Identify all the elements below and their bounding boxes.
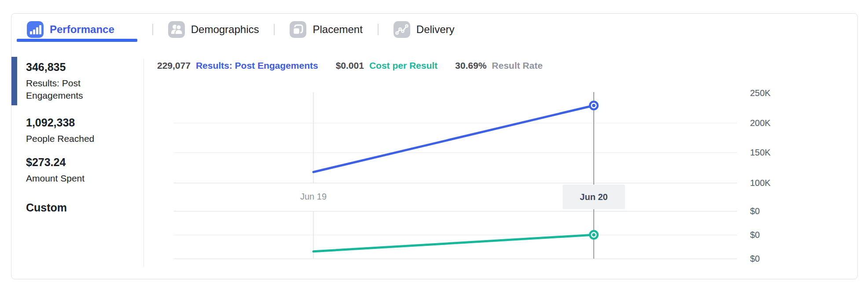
sidebar-metric-people-reached[interactable]: 1,092,338 People Reached bbox=[26, 116, 136, 145]
tab-performance[interactable]: Performance bbox=[17, 20, 137, 39]
y-axis-label: 100K bbox=[750, 178, 781, 188]
y-axis-label: $0 bbox=[750, 230, 781, 240]
metric-label: Results: Post Engagements bbox=[26, 77, 103, 102]
tab-label: Performance bbox=[50, 23, 114, 36]
frames-icon bbox=[290, 21, 306, 38]
metric-value: 346,835 bbox=[26, 60, 136, 74]
series-line bbox=[313, 235, 594, 252]
metric-label: Cost per Result bbox=[369, 60, 438, 71]
tab-separator bbox=[152, 24, 153, 35]
data-point-marker-center bbox=[592, 233, 596, 237]
tab-label: Placement bbox=[313, 23, 362, 36]
tab-demographics[interactable]: Demographics bbox=[168, 20, 259, 39]
metric-value: $0.001 bbox=[336, 60, 364, 71]
y-axis-label: 250K bbox=[750, 88, 781, 98]
trend-icon bbox=[394, 21, 410, 38]
y-axis-label: 200K bbox=[750, 118, 781, 128]
tab-separator bbox=[378, 24, 379, 35]
metric-value: 229,077 bbox=[157, 60, 191, 71]
metric-value: $273.24 bbox=[26, 156, 136, 169]
y-axis-label: $0 bbox=[750, 253, 781, 264]
tab-placement[interactable]: Placement bbox=[290, 20, 362, 39]
header-metric-cost-per-result: $0.001 Cost per Result bbox=[336, 60, 438, 71]
data-point-marker-center bbox=[592, 104, 596, 107]
metric-value: 30.69% bbox=[455, 60, 486, 71]
bar-chart-icon bbox=[27, 21, 44, 38]
custom-range-label[interactable]: Custom bbox=[26, 201, 67, 214]
tab-label: Delivery bbox=[416, 23, 455, 36]
x-axis-label-jun19: Jun 19 bbox=[278, 192, 349, 202]
y-axis-label: 150K bbox=[750, 147, 781, 158]
chart-header-metrics: 229,077 Results: Post Engagements $0.001… bbox=[157, 60, 560, 71]
selected-metric-accent-bar bbox=[11, 57, 17, 105]
x-axis-label-jun20-highlighted: Jun 20 bbox=[563, 185, 625, 209]
metric-value: 1,092,338 bbox=[26, 116, 136, 129]
tab-delivery[interactable]: Delivery bbox=[394, 20, 455, 39]
report-tabs: Performance Demographics Pla bbox=[17, 20, 455, 39]
metric-label: Amount Spent bbox=[26, 172, 103, 185]
metric-label: Result Rate bbox=[492, 60, 543, 71]
line-chart[interactable] bbox=[174, 80, 737, 269]
sidebar-metric-results[interactable]: 346,835 Results: Post Engagements bbox=[26, 60, 136, 102]
tab-label: Demographics bbox=[191, 23, 259, 36]
header-metric-result-rate: 30.69% Result Rate bbox=[455, 60, 543, 71]
people-icon bbox=[168, 21, 185, 38]
ads-report-card: Performance Demographics Pla bbox=[11, 13, 858, 279]
series-line bbox=[313, 105, 594, 172]
tab-separator bbox=[274, 24, 275, 35]
sidebar-divider bbox=[143, 59, 144, 267]
metric-label: People Reached bbox=[26, 133, 103, 145]
sidebar-metric-amount-spent[interactable]: $273.24 Amount Spent bbox=[26, 156, 136, 185]
header-metric-results: 229,077 Results: Post Engagements bbox=[157, 60, 318, 71]
y-axis-label: $0 bbox=[750, 206, 781, 216]
metric-label: Results: Post Engagements bbox=[196, 60, 318, 71]
